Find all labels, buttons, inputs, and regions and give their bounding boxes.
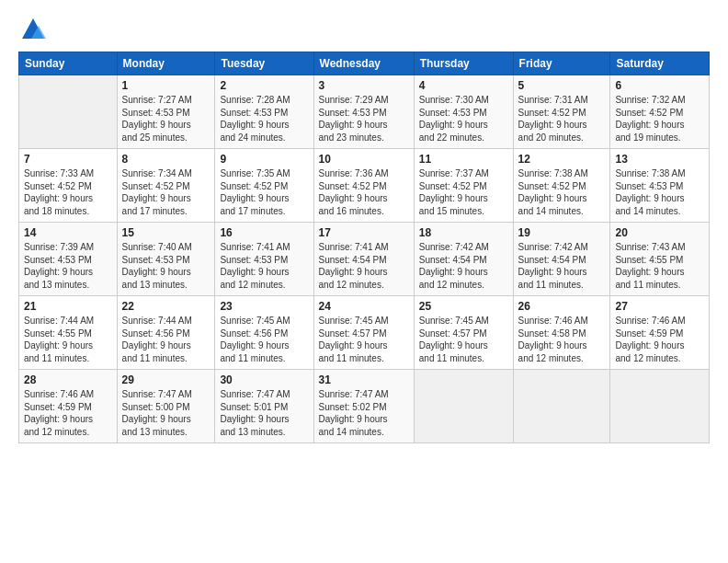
weekday-header-thursday: Thursday	[414, 52, 513, 75]
weekday-header-tuesday: Tuesday	[215, 52, 313, 75]
day-cell: 14Sunrise: 7:39 AM Sunset: 4:53 PM Dayli…	[19, 223, 118, 296]
weekday-header-row: SundayMondayTuesdayWednesdayThursdayFrid…	[19, 52, 710, 75]
day-info: Sunrise: 7:47 AM Sunset: 5:02 PM Dayligh…	[319, 388, 409, 438]
week-row-4: 21Sunrise: 7:44 AM Sunset: 4:55 PM Dayli…	[19, 296, 710, 370]
weekday-header-friday: Friday	[513, 52, 610, 75]
day-number: 20	[615, 226, 704, 239]
day-cell: 15Sunrise: 7:40 AM Sunset: 4:53 PM Dayli…	[117, 223, 215, 296]
day-info: Sunrise: 7:43 AM Sunset: 4:55 PM Dayligh…	[615, 241, 704, 291]
day-info: Sunrise: 7:41 AM Sunset: 4:54 PM Dayligh…	[319, 241, 409, 291]
week-row-5: 28Sunrise: 7:46 AM Sunset: 4:59 PM Dayli…	[19, 370, 710, 443]
day-info: Sunrise: 7:41 AM Sunset: 4:53 PM Dayligh…	[220, 241, 308, 291]
day-number: 16	[220, 226, 308, 239]
day-cell: 4Sunrise: 7:30 AM Sunset: 4:53 PM Daylig…	[414, 75, 513, 149]
day-number: 12	[518, 153, 606, 166]
day-info: Sunrise: 7:45 AM Sunset: 4:57 PM Dayligh…	[419, 315, 508, 364]
day-number: 24	[319, 300, 409, 313]
day-cell: 13Sunrise: 7:38 AM Sunset: 4:53 PM Dayli…	[610, 149, 710, 223]
day-cell	[19, 75, 118, 149]
day-number: 23	[220, 300, 308, 313]
day-number: 15	[122, 226, 210, 239]
day-info: Sunrise: 7:47 AM Sunset: 5:01 PM Dayligh…	[220, 388, 308, 438]
day-cell: 10Sunrise: 7:36 AM Sunset: 4:52 PM Dayli…	[313, 149, 414, 223]
day-cell: 29Sunrise: 7:47 AM Sunset: 5:00 PM Dayli…	[117, 370, 215, 443]
day-cell: 2Sunrise: 7:28 AM Sunset: 4:53 PM Daylig…	[215, 75, 313, 149]
day-info: Sunrise: 7:37 AM Sunset: 4:52 PM Dayligh…	[419, 167, 508, 217]
day-info: Sunrise: 7:27 AM Sunset: 4:53 PM Dayligh…	[122, 94, 210, 144]
day-cell	[610, 370, 710, 443]
day-info: Sunrise: 7:46 AM Sunset: 4:58 PM Dayligh…	[518, 315, 606, 364]
day-cell: 6Sunrise: 7:32 AM Sunset: 4:52 PM Daylig…	[610, 75, 710, 149]
weekday-header-saturday: Saturday	[610, 52, 710, 75]
day-info: Sunrise: 7:45 AM Sunset: 4:56 PM Dayligh…	[220, 315, 308, 364]
day-number: 18	[419, 226, 508, 239]
week-row-1: 1Sunrise: 7:27 AM Sunset: 4:53 PM Daylig…	[19, 75, 710, 149]
day-cell: 12Sunrise: 7:38 AM Sunset: 4:52 PM Dayli…	[513, 149, 610, 223]
day-cell: 18Sunrise: 7:42 AM Sunset: 4:54 PM Dayli…	[414, 223, 513, 296]
day-cell: 22Sunrise: 7:44 AM Sunset: 4:56 PM Dayli…	[117, 296, 215, 370]
day-cell	[513, 370, 610, 443]
day-cell: 16Sunrise: 7:41 AM Sunset: 4:53 PM Dayli…	[215, 223, 313, 296]
day-cell: 30Sunrise: 7:47 AM Sunset: 5:01 PM Dayli…	[215, 370, 313, 443]
day-info: Sunrise: 7:31 AM Sunset: 4:52 PM Dayligh…	[518, 94, 606, 144]
day-number: 26	[518, 300, 606, 313]
day-number: 13	[615, 153, 704, 166]
day-info: Sunrise: 7:44 AM Sunset: 4:56 PM Dayligh…	[122, 315, 210, 364]
calendar-table: SundayMondayTuesdayWednesdayThursdayFrid…	[18, 52, 710, 443]
day-info: Sunrise: 7:33 AM Sunset: 4:52 PM Dayligh…	[24, 167, 112, 217]
day-cell: 9Sunrise: 7:35 AM Sunset: 4:52 PM Daylig…	[215, 149, 313, 223]
day-number: 27	[615, 300, 704, 313]
day-number: 3	[319, 79, 409, 92]
day-info: Sunrise: 7:44 AM Sunset: 4:55 PM Dayligh…	[24, 315, 112, 364]
day-info: Sunrise: 7:30 AM Sunset: 4:53 PM Dayligh…	[419, 94, 508, 144]
day-number: 28	[24, 373, 112, 386]
day-info: Sunrise: 7:35 AM Sunset: 4:52 PM Dayligh…	[220, 167, 308, 217]
week-row-2: 7Sunrise: 7:33 AM Sunset: 4:52 PM Daylig…	[19, 149, 710, 223]
day-cell: 26Sunrise: 7:46 AM Sunset: 4:58 PM Dayli…	[513, 296, 610, 370]
header	[18, 17, 710, 42]
day-number: 7	[24, 153, 112, 166]
day-number: 17	[319, 226, 409, 239]
day-info: Sunrise: 7:42 AM Sunset: 4:54 PM Dayligh…	[419, 241, 508, 291]
day-info: Sunrise: 7:28 AM Sunset: 4:53 PM Dayligh…	[220, 94, 308, 144]
day-info: Sunrise: 7:32 AM Sunset: 4:52 PM Dayligh…	[615, 94, 704, 144]
day-cell	[414, 370, 513, 443]
day-number: 21	[24, 300, 112, 313]
day-info: Sunrise: 7:46 AM Sunset: 4:59 PM Dayligh…	[24, 388, 112, 438]
day-number: 19	[518, 226, 606, 239]
day-info: Sunrise: 7:38 AM Sunset: 4:52 PM Dayligh…	[518, 167, 606, 217]
day-number: 25	[419, 300, 508, 313]
day-cell: 21Sunrise: 7:44 AM Sunset: 4:55 PM Dayli…	[19, 296, 118, 370]
day-number: 31	[319, 373, 409, 386]
week-row-3: 14Sunrise: 7:39 AM Sunset: 4:53 PM Dayli…	[19, 223, 710, 296]
day-cell: 8Sunrise: 7:34 AM Sunset: 4:52 PM Daylig…	[117, 149, 215, 223]
day-number: 5	[518, 79, 606, 92]
day-cell: 27Sunrise: 7:46 AM Sunset: 4:59 PM Dayli…	[610, 296, 710, 370]
day-cell: 3Sunrise: 7:29 AM Sunset: 4:53 PM Daylig…	[313, 75, 414, 149]
day-cell: 1Sunrise: 7:27 AM Sunset: 4:53 PM Daylig…	[117, 75, 215, 149]
day-info: Sunrise: 7:34 AM Sunset: 4:52 PM Dayligh…	[122, 167, 210, 217]
day-cell: 25Sunrise: 7:45 AM Sunset: 4:57 PM Dayli…	[414, 296, 513, 370]
day-number: 2	[220, 79, 308, 92]
day-info: Sunrise: 7:47 AM Sunset: 5:00 PM Dayligh…	[122, 388, 210, 438]
day-number: 4	[419, 79, 508, 92]
day-number: 10	[319, 153, 409, 166]
logo-icon	[20, 17, 46, 42]
day-info: Sunrise: 7:42 AM Sunset: 4:54 PM Dayligh…	[518, 241, 606, 291]
day-info: Sunrise: 7:29 AM Sunset: 4:53 PM Dayligh…	[319, 94, 409, 144]
day-info: Sunrise: 7:45 AM Sunset: 4:57 PM Dayligh…	[319, 315, 409, 364]
day-number: 30	[220, 373, 308, 386]
day-cell: 11Sunrise: 7:37 AM Sunset: 4:52 PM Dayli…	[414, 149, 513, 223]
day-cell: 20Sunrise: 7:43 AM Sunset: 4:55 PM Dayli…	[610, 223, 710, 296]
day-number: 29	[122, 373, 210, 386]
day-number: 8	[122, 153, 210, 166]
day-cell: 7Sunrise: 7:33 AM Sunset: 4:52 PM Daylig…	[19, 149, 118, 223]
weekday-header-wednesday: Wednesday	[313, 52, 414, 75]
day-cell: 5Sunrise: 7:31 AM Sunset: 4:52 PM Daylig…	[513, 75, 610, 149]
day-cell: 19Sunrise: 7:42 AM Sunset: 4:54 PM Dayli…	[513, 223, 610, 296]
day-info: Sunrise: 7:36 AM Sunset: 4:52 PM Dayligh…	[319, 167, 409, 217]
day-info: Sunrise: 7:40 AM Sunset: 4:53 PM Dayligh…	[122, 241, 210, 291]
day-info: Sunrise: 7:46 AM Sunset: 4:59 PM Dayligh…	[615, 315, 704, 364]
day-number: 14	[24, 226, 112, 239]
day-number: 6	[615, 79, 704, 92]
